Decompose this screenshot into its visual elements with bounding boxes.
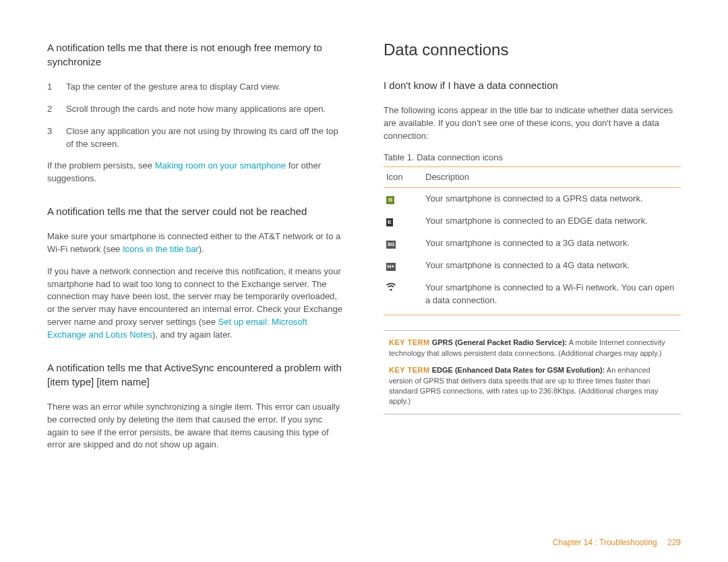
step-text: Scroll through the cards and note how ma…	[66, 103, 326, 116]
edge-icon: E	[386, 218, 393, 226]
step-number: 1	[47, 81, 54, 94]
th-icon: Icon	[384, 166, 423, 188]
table-row: H+ Your smartphone is connected to a 4G …	[384, 255, 681, 277]
right-column: Data connections I don't know if I have …	[384, 40, 681, 542]
section-memory: A notification tells me that there is no…	[47, 40, 344, 185]
table-row: G Your smartphone is connected to a GPRS…	[384, 188, 681, 210]
cell-desc: Your smartphone is connected to a 3G dat…	[423, 232, 681, 255]
cell-desc: Your smartphone is connected to a Wi-Fi …	[423, 277, 681, 315]
page-number: 229	[667, 538, 681, 547]
cell-desc: Your smartphone is connected to a 4G dat…	[423, 255, 681, 277]
section-data-connection: I don't know if I have a data connection…	[384, 78, 681, 414]
wifi-icon	[386, 282, 396, 290]
four-g-icon: H+	[386, 263, 396, 271]
key-term: KEY TERM EDGE (Enhanced Data Rates for G…	[389, 365, 675, 407]
paragraph: There was an error while synchronizing a…	[47, 401, 344, 451]
section-activesync: A notification tells me that ActiveSync …	[47, 361, 344, 451]
page-title: Data connections	[384, 40, 681, 59]
icons-table: Icon Description G Your smartphone is co…	[384, 166, 681, 316]
paragraph: The following icons appear in the title …	[384, 104, 681, 143]
page: A notification tells me that there is no…	[0, 0, 728, 562]
chapter-label: Chapter 14 : Troubleshooting	[553, 538, 657, 547]
paragraph: Make sure your smartphone is connected e…	[47, 230, 344, 256]
step-text: Close any application you are not using …	[66, 125, 344, 151]
heading: A notification tells me that ActiveSync …	[47, 361, 344, 389]
list-item: 2Scroll through the cards and note how m…	[47, 103, 344, 116]
heading: A notification tells me that the server …	[47, 204, 344, 218]
th-desc: Description	[423, 166, 681, 188]
table-row: E Your smartphone is connected to an EDG…	[384, 210, 681, 232]
step-number: 3	[47, 125, 54, 151]
section-server: A notification tells me that the server …	[47, 204, 344, 342]
steps-list: 1Tap the center of the gesture area to d…	[47, 81, 344, 150]
key-terms-box: KEY TERM GPRS (General Packet Radio Serv…	[384, 330, 681, 414]
list-item: 3Close any application you are not using…	[47, 125, 344, 151]
heading: A notification tells me that there is no…	[47, 40, 344, 69]
paragraph: If the problem persists, see Making room…	[47, 160, 344, 185]
key-term: KEY TERM GPRS (General Packet Radio Serv…	[389, 338, 675, 358]
three-g-icon: 3G	[386, 241, 396, 249]
link-making-room[interactable]: Making room on your smartphone	[155, 160, 286, 170]
table-caption: Table 1. Data connection icons	[384, 152, 681, 162]
left-column: A notification tells me that there is no…	[47, 40, 344, 542]
table-row: 3G Your smartphone is connected to a 3G …	[384, 232, 681, 255]
step-number: 2	[47, 103, 54, 116]
cell-desc: Your smartphone is connected to an EDGE …	[423, 210, 681, 232]
list-item: 1Tap the center of the gesture area to d…	[47, 81, 344, 94]
cell-desc: Your smartphone is connected to a GPRS d…	[423, 188, 681, 210]
link-icons-titlebar[interactable]: Icons in the title bar	[123, 244, 199, 254]
heading: I don't know if I have a data connection	[384, 78, 681, 92]
step-text: Tap the center of the gesture area to di…	[66, 81, 280, 94]
page-footer: Chapter 14 : Troubleshooting 229	[553, 538, 681, 547]
table-row: Your smartphone is connected to a Wi-Fi …	[384, 277, 681, 315]
gprs-icon: G	[386, 196, 394, 204]
paragraph: If you have a network connection and rec…	[47, 266, 344, 342]
